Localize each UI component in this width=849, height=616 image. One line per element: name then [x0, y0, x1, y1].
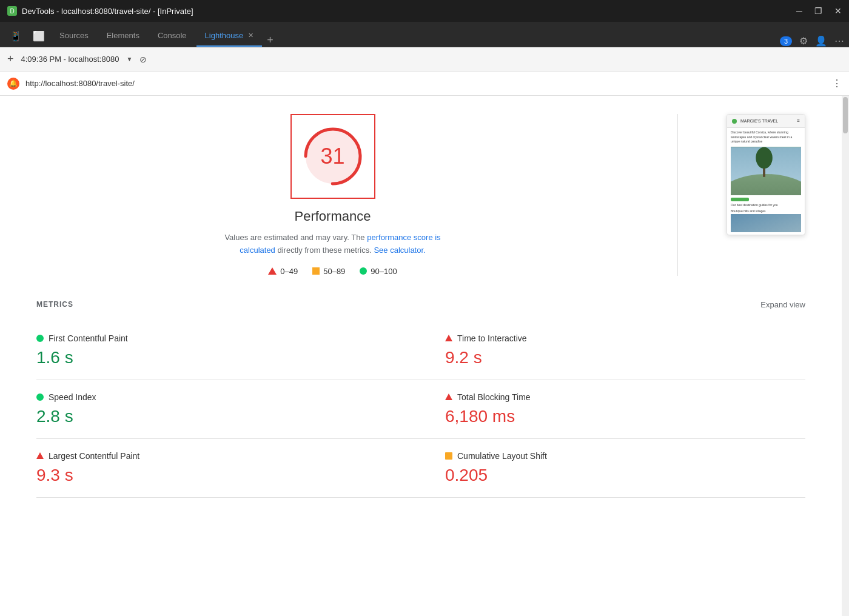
screenshot-badge	[731, 198, 749, 201]
si-label: Speed Index	[49, 392, 96, 402]
title-bar: D DevTools - localhost:8080/travel-site/…	[0, 0, 849, 22]
content-area: 31 Performance Values are estimated and …	[0, 96, 842, 616]
legend-orange: 50–89	[312, 267, 345, 276]
tab-elements[interactable]: Elements	[98, 25, 148, 47]
lcp-value: 9.3 s	[36, 466, 421, 485]
minimize-button[interactable]: ─	[796, 6, 802, 16]
orange-square-icon	[312, 267, 320, 275]
device-toggle-icon[interactable]: 📱	[5, 30, 27, 47]
metric-fcp-label-row: First Contentful Paint	[36, 333, 421, 343]
screenshot-menu-icon: ≡	[797, 118, 800, 124]
si-indicator-icon	[36, 393, 44, 401]
fcp-value: 1.6 s	[36, 348, 421, 367]
window-controls: ─ ❐ ✕	[796, 6, 842, 16]
score-number: 31	[320, 144, 344, 169]
score-circle: 31	[300, 123, 366, 190]
cls-value: 0.205	[445, 466, 805, 485]
screenshot-footer-text: Our best destination guides for you	[731, 203, 801, 208]
metric-lcp: Largest Contentful Paint 9.3 s	[36, 439, 421, 498]
new-tab-plus[interactable]: +	[7, 53, 14, 65]
url-text: http://localhost:8080/travel-site/	[25, 79, 826, 88]
si-value: 2.8 s	[36, 407, 421, 426]
security-icon: 🔔	[7, 78, 19, 90]
url-bar: 🔔 http://localhost:8080/travel-site/ ⋮	[0, 72, 849, 96]
window-title: DevTools - localhost:8080/travel-site/ -…	[22, 7, 193, 16]
metric-si: Speed Index 2.8 s	[36, 380, 421, 439]
tbt-label: Total Blocking Time	[457, 392, 531, 402]
devtools-tabs-right: 3 ⚙ 👤 ⋯	[780, 35, 844, 47]
red-triangle-icon	[268, 267, 277, 275]
site-screenshot: MARGIE'S TRAVEL ≡ Discover beautiful Cor…	[727, 114, 805, 235]
legend-green-label: 90–100	[371, 267, 397, 276]
tti-value: 9.2 s	[445, 348, 805, 367]
devtools-icon: D	[7, 6, 17, 16]
tab-sources[interactable]: Sources	[51, 25, 97, 47]
screenshot-body: Discover beautiful Corsica, where stunni…	[727, 128, 805, 235]
metrics-grid: First Contentful Paint 1.6 s Time to Int…	[36, 321, 805, 498]
score-left-panel: 31 Performance Values are estimated and …	[36, 114, 629, 276]
stop-icon[interactable]: ⊘	[139, 55, 147, 64]
screenshot-main-image	[731, 147, 801, 195]
screenshot-landscape-svg	[731, 147, 801, 195]
devtools-tabs-bar: 📱 ⬜ Sources Elements Console Lighthouse …	[0, 22, 849, 47]
main-content: 31 Performance Values are estimated and …	[0, 96, 849, 616]
timestamp-label: 4:09:36 PM - localhost:8080	[21, 55, 119, 64]
score-section: 31 Performance Values are estimated and …	[36, 114, 805, 276]
metric-fcp: First Contentful Paint 1.6 s	[36, 321, 421, 380]
tab-lighthouse[interactable]: Lighthouse ✕	[196, 25, 263, 47]
tbt-value: 6,180 ms	[445, 407, 805, 426]
devtools-tabs-left: 📱 ⬜ Sources Elements Console Lighthouse …	[5, 25, 277, 47]
fcp-indicator-icon	[36, 335, 44, 342]
calculator-link[interactable]: See calculator.	[374, 246, 425, 255]
title-bar-left: D DevTools - localhost:8080/travel-site/…	[7, 6, 193, 16]
metric-cls-label-row: Cumulative Layout Shift	[445, 451, 805, 461]
performance-score-box: 31	[290, 114, 375, 199]
metric-tti-label-row: Time to Interactive	[445, 333, 805, 343]
notification-badge[interactable]: 3	[780, 36, 792, 46]
metric-tbt-label-row: Total Blocking Time	[445, 392, 805, 402]
screenshot-body-text: Discover beautiful Corsica, where stunni…	[731, 130, 801, 144]
cls-indicator-icon	[445, 452, 452, 460]
restore-button[interactable]: ❐	[814, 6, 822, 16]
legend-orange-label: 50–89	[323, 267, 345, 276]
more-options-icon[interactable]: ⋯	[834, 35, 844, 47]
metric-cls: Cumulative Layout Shift 0.205	[421, 439, 805, 498]
legend-red: 0–49	[268, 267, 298, 276]
fcp-label: First Contentful Paint	[49, 333, 128, 343]
metric-si-label-row: Speed Index	[36, 392, 421, 402]
close-button[interactable]: ✕	[834, 6, 842, 16]
cls-label: Cumulative Layout Shift	[457, 451, 547, 461]
scrollbar-thumb[interactable]	[843, 97, 848, 133]
score-title: Performance	[295, 209, 371, 224]
metric-lcp-label-row: Largest Contentful Paint	[36, 451, 421, 461]
score-description: Values are estimated and may vary. The p…	[212, 232, 454, 257]
url-more-icon[interactable]: ⋮	[832, 78, 842, 89]
metrics-header: METRICS Expand view	[36, 300, 805, 309]
tab-console[interactable]: Console	[149, 25, 195, 47]
legend-red-label: 0–49	[280, 267, 298, 276]
dropdown-arrow-icon[interactable]: ▼	[126, 56, 132, 62]
lcp-indicator-icon	[36, 452, 44, 459]
vertical-divider	[677, 114, 678, 276]
metrics-section: METRICS Expand view First Contentful Pai…	[36, 300, 805, 498]
scrollbar[interactable]	[842, 96, 849, 616]
lcp-label: Largest Contentful Paint	[49, 451, 139, 461]
green-circle-icon	[360, 267, 367, 275]
screenshot-footer-text2: Boutique hills and villages	[731, 209, 801, 214]
add-tab-button[interactable]: +	[263, 34, 277, 47]
score-legend: 0–49 50–89 90–100	[268, 267, 397, 276]
screenshot-header: MARGIE'S TRAVEL ≡	[727, 115, 805, 128]
tti-label: Time to Interactive	[457, 333, 527, 343]
inspect-icon[interactable]: ⬜	[28, 30, 50, 47]
expand-view-button[interactable]: Expand view	[760, 300, 805, 309]
metric-tti: Time to Interactive 9.2 s	[421, 321, 805, 380]
settings-icon[interactable]: ⚙	[799, 35, 808, 47]
tbt-indicator-icon	[445, 393, 452, 400]
svg-point-5	[756, 147, 773, 168]
user-icon[interactable]: 👤	[815, 35, 827, 47]
metrics-section-title: METRICS	[36, 300, 73, 309]
top-bar: + 4:09:36 PM - localhost:8080 ▼ ⊘	[0, 47, 849, 72]
tti-indicator-icon	[445, 335, 452, 341]
close-lighthouse-tab[interactable]: ✕	[248, 32, 253, 39]
legend-green: 90–100	[360, 267, 397, 276]
